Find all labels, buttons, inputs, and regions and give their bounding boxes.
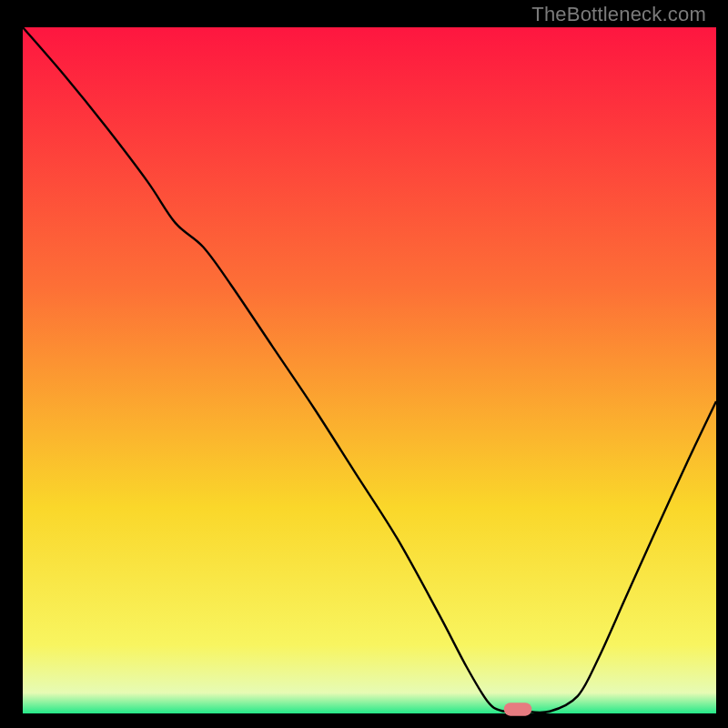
chart-svg [0, 0, 728, 728]
plot-area [23, 27, 716, 713]
optimal-marker [504, 703, 531, 715]
